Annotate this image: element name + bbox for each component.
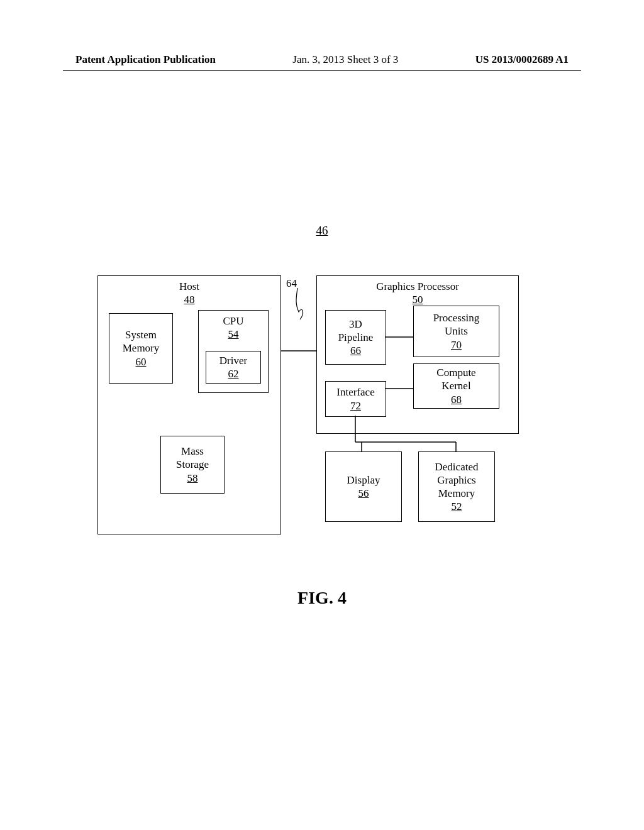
figure-overall-ref: 46 xyxy=(0,224,644,238)
header-rule xyxy=(63,70,581,71)
connectors xyxy=(97,275,538,540)
figure-caption: FIG. 4 xyxy=(0,588,644,608)
page-header: Patent Application Publication Jan. 3, 2… xyxy=(0,53,644,66)
header-right: US 2013/0002689 A1 xyxy=(475,53,569,66)
figure-diagram: Host 48 System Memory 60 CPU 54 Driver 6… xyxy=(97,275,538,540)
header-left: Patent Application Publication xyxy=(75,53,216,66)
header-middle: Jan. 3, 2013 Sheet 3 of 3 xyxy=(292,53,398,66)
